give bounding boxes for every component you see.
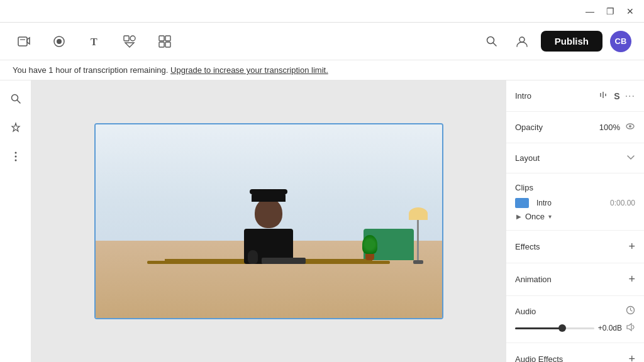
video-preview	[96, 124, 442, 318]
upgrade-link[interactable]: Upgrade to increase your transcription l…	[170, 65, 328, 75]
clip-time: 0:00.00	[610, 199, 635, 207]
svg-rect-8	[159, 36, 164, 41]
once-chevron-icon[interactable]: ▾	[548, 213, 552, 220]
audio-effects-section: Audio Effects + Studio Sound	[506, 343, 644, 362]
title-bar: — ❐ ✕	[0, 0, 644, 23]
notification-bar: You have 1 hour of transcription remaini…	[0, 60, 644, 80]
once-label[interactable]: Once	[525, 212, 545, 221]
svg-rect-0	[18, 37, 27, 46]
avatar: CB	[610, 31, 631, 52]
svg-point-19	[14, 156, 16, 158]
intro-section: Intro S ···	[506, 80, 644, 112]
clips-section: Clips Intro 0:00.00 ▶ Once ▾	[506, 173, 644, 231]
audio-clock-icon[interactable]	[626, 305, 635, 317]
audio-slider-row: +0.0dB	[515, 320, 635, 336]
toolbar-right: Publish CB	[480, 30, 631, 53]
effects-add-icon[interactable]: +	[628, 240, 635, 253]
svg-point-20	[14, 160, 16, 162]
svg-point-18	[14, 152, 16, 154]
clip-thumbnail	[515, 198, 529, 208]
svg-point-3	[57, 39, 62, 44]
svg-point-22	[629, 125, 631, 128]
text-icon[interactable]: T	[83, 30, 106, 53]
grid-icon[interactable]	[153, 30, 176, 53]
svg-rect-11	[165, 42, 170, 47]
magic-icon[interactable]	[5, 117, 26, 138]
account-icon[interactable]	[511, 30, 533, 53]
clips-label: Clips	[515, 183, 533, 192]
svg-rect-10	[159, 42, 164, 47]
canvas-area	[31, 80, 506, 362]
effects-section: Effects +	[506, 231, 644, 263]
layout-section: Layout	[506, 143, 644, 173]
svg-line-13	[493, 43, 496, 46]
more-options-icon[interactable]	[5, 146, 26, 167]
audio-value: +0.0dB	[598, 324, 622, 332]
audio-effects-label: Audio Effects	[515, 354, 563, 362]
right-panel: Intro S ··· Opacity 100%	[506, 80, 644, 362]
volume-icon[interactable]	[626, 322, 635, 334]
search-icon[interactable]	[480, 30, 503, 53]
content-area: Intro S ··· Opacity 100%	[0, 80, 644, 362]
clip-row: Intro 0:00.00	[515, 195, 635, 211]
publish-button[interactable]: Publish	[541, 31, 602, 52]
svg-point-14	[519, 37, 525, 42]
toolbar-left: T	[13, 30, 176, 53]
video-container[interactable]	[94, 123, 443, 319]
s-label: S	[614, 91, 619, 101]
svg-point-6	[130, 36, 135, 41]
search-sidebar-icon[interactable]	[5, 88, 26, 109]
effects-label: Effects	[515, 242, 540, 251]
audio-slider[interactable]	[515, 327, 594, 329]
svg-marker-17	[12, 123, 19, 131]
intro-label: Intro	[515, 91, 531, 101]
minimize-button[interactable]: —	[581, 3, 599, 20]
once-row: ▶ Once ▾	[515, 211, 635, 224]
close-button[interactable]: ✕	[621, 3, 639, 20]
notification-text: You have 1 hour of transcription remaini…	[13, 65, 168, 75]
maximize-button[interactable]: ❐	[601, 3, 619, 20]
animation-label: Animation	[515, 275, 552, 284]
audio-label: Audio	[515, 307, 536, 316]
layout-chevron-icon[interactable]	[626, 153, 635, 163]
play-icon: ▶	[516, 213, 521, 220]
opacity-label: Opacity	[515, 123, 543, 132]
visibility-icon[interactable]	[625, 121, 635, 133]
animation-add-icon[interactable]: +	[628, 273, 635, 286]
svg-marker-7	[125, 43, 134, 47]
animation-section: Animation +	[506, 263, 644, 296]
layout-label: Layout	[515, 153, 540, 163]
svg-text:T: T	[91, 36, 97, 47]
shapes-icon[interactable]	[118, 30, 141, 53]
opacity-value: 100%	[599, 123, 620, 132]
svg-line-16	[17, 100, 20, 103]
intro-more-icon[interactable]: ···	[625, 90, 635, 102]
record-icon[interactable]	[48, 30, 70, 53]
svg-rect-9	[165, 36, 170, 41]
audio-effects-add-icon[interactable]: +	[628, 353, 635, 362]
audio-section: Audio +0.0dB	[506, 296, 644, 343]
left-sidebar	[0, 80, 31, 362]
main-toolbar: T	[0, 23, 644, 60]
clip-name: Intro	[536, 199, 610, 207]
audio-intro-icon[interactable]	[599, 90, 609, 102]
svg-rect-5	[124, 36, 129, 41]
opacity-section: Opacity 100%	[506, 112, 644, 143]
media-icon[interactable]	[13, 30, 35, 53]
